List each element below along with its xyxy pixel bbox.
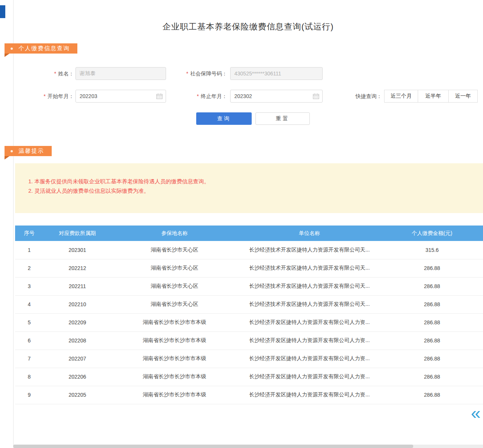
notice-box: 1. 本服务仅提供尚未领取企业职工基本养老保险待遇人员的缴费信息查询。 2. 灵…: [15, 163, 483, 213]
cell-amount: 286.88: [381, 331, 483, 350]
header-amount: 个人缴费金额(元): [381, 226, 483, 241]
required-asterisk: *: [186, 71, 188, 77]
bullet-icon: [11, 150, 13, 152]
cell-seq: 3: [15, 277, 43, 295]
cell-period: 202207: [43, 350, 111, 368]
panel-divider: [13, 0, 14, 448]
header-company: 单位名称: [238, 226, 381, 241]
quick-query-group: 近三个月 近半年 近一年: [384, 90, 478, 103]
cell-seq: 6: [15, 331, 43, 350]
pension-query-page: 企业职工基本养老保险缴费信息查询(试运行) 个人缴费信息查询 *姓名： *社会保…: [0, 0, 483, 448]
name-input: [75, 67, 166, 80]
sidebar-indicator: [0, 5, 5, 18]
cell-amount: 286.88: [381, 277, 483, 295]
cell-company: 长沙经济技术开发区捷特人力资源开发有限公司天...: [238, 241, 381, 259]
cell-company: 长沙经济技术开发区捷特人力资源开发有限公司天...: [238, 277, 381, 295]
horizontal-scrollbar[interactable]: [13, 445, 483, 448]
table-row: 2 202212 湖南省长沙市天心区 长沙经济技术开发区捷特人力资源开发有限公司…: [15, 259, 483, 277]
section-badge-label: 个人缴费信息查询: [18, 45, 70, 52]
ssn-label: *社会保障号码：: [166, 67, 227, 80]
cell-amount: 286.88: [381, 350, 483, 368]
query-button[interactable]: 查询: [196, 112, 252, 125]
cell-seq: 7: [15, 350, 43, 368]
header-area: 参保地名称: [111, 226, 238, 241]
table-row: 6 202208 湖南省长沙市长沙市市本级 长沙经济开发区捷特人力资源开发有限公…: [15, 331, 483, 350]
cell-company: 长沙经济开发区捷特人力资源开发有限公司人力资...: [238, 350, 381, 368]
cell-company: 长沙经济开发区捷特人力资源开发有限公司人力资...: [238, 313, 381, 331]
quick-query-1-year-button[interactable]: 近一年: [448, 90, 478, 103]
notice-line: 1. 本服务仅提供尚未领取企业职工基本养老保险待遇人员的缴费信息查询。: [28, 177, 475, 186]
cell-period: 202208: [43, 331, 111, 350]
cell-period: 202210: [43, 295, 111, 313]
cell-seq: 4: [15, 295, 43, 313]
cell-seq: 9: [15, 386, 43, 404]
cell-amount: 315.6: [381, 241, 483, 259]
calendar-icon[interactable]: [313, 93, 319, 99]
end-month-field[interactable]: [230, 90, 323, 103]
section-badge-personal-query: 个人缴费信息查询: [5, 43, 77, 54]
start-month-input[interactable]: [75, 90, 166, 103]
table-row: 5 202209 湖南省长沙市长沙市市本级 长沙经济开发区捷特人力资源开发有限公…: [15, 313, 483, 331]
cell-area: 湖南省长沙市长沙市市本级: [111, 313, 238, 331]
table-row: 1 202301 湖南省长沙市天心区 长沙经济技术开发区捷特人力资源开发有限公司…: [15, 241, 483, 259]
reset-button[interactable]: 重置: [255, 112, 310, 125]
cell-period: 202206: [43, 368, 111, 386]
cell-period: 202205: [43, 386, 111, 404]
cell-seq: 2: [15, 259, 43, 277]
cell-seq: 5: [15, 313, 43, 331]
required-asterisk: *: [54, 71, 56, 77]
cell-company: 长沙经济技术开发区捷特人力资源开发有限公司天...: [238, 259, 381, 277]
notice-line: 2. 灵活就业人员的缴费单位信息以实际缴费为准。: [28, 186, 475, 196]
table-header-row: 序号 对应费款所属期 参保地名称 单位名称 个人缴费金额(元): [15, 226, 483, 241]
cell-period: 202301: [43, 241, 111, 259]
ssn-input: [230, 67, 323, 80]
cell-amount: 286.88: [381, 313, 483, 331]
cell-area: 湖南省长沙市天心区: [111, 277, 238, 295]
cell-period: 202209: [43, 313, 111, 331]
start-month-label: *开始年月：: [23, 90, 74, 103]
required-asterisk: *: [44, 93, 46, 99]
header-period: 对应费款所属期: [43, 226, 111, 241]
table-row: 8 202206 湖南省长沙市长沙市市本级 长沙经济开发区捷特人力资源开发有限公…: [15, 368, 483, 386]
cell-period: 202211: [43, 277, 111, 295]
table-row: 3 202211 湖南省长沙市天心区 长沙经济技术开发区捷特人力资源开发有限公司…: [15, 277, 483, 295]
table-row: 9 202205 湖南省长沙市长沙市市本级 长沙经济开发区捷特人力资源开发有限公…: [15, 386, 483, 404]
cell-company: 长沙经济开发区捷特人力资源开发有限公司人力资...: [238, 368, 381, 386]
cell-area: 湖南省长沙市天心区: [111, 259, 238, 277]
cell-area: 湖南省长沙市长沙市市本级: [111, 350, 238, 368]
payment-records-table: 序号 对应费款所属期 参保地名称 单位名称 个人缴费金额(元) 1 202301…: [15, 226, 483, 404]
required-asterisk: *: [197, 93, 199, 99]
table-row: 7 202207 湖南省长沙市长沙市市本级 长沙经济开发区捷特人力资源开发有限公…: [15, 350, 483, 368]
cell-company: 长沙经济开发区捷特人力资源开发有限公司人力资...: [238, 331, 381, 350]
cell-amount: 286.88: [381, 368, 483, 386]
start-month-field[interactable]: [75, 90, 166, 103]
cell-amount: 286.88: [381, 295, 483, 313]
bullet-icon: [11, 48, 13, 50]
cell-area: 湖南省长沙市长沙市市本级: [111, 386, 238, 404]
section-badge-tips: 温馨提示: [5, 146, 52, 156]
quick-query-3-months-button[interactable]: 近三个月: [384, 90, 418, 103]
cell-area: 湖南省长沙市天心区: [111, 241, 238, 259]
quick-query-label: 快捷查询：: [341, 90, 382, 103]
collapse-double-chevron-icon[interactable]: «: [471, 404, 481, 422]
cell-amount: 286.88: [381, 386, 483, 404]
cell-company: 长沙经济技术开发区捷特人力资源开发有限公司天...: [238, 295, 381, 313]
header-seq: 序号: [15, 226, 43, 241]
quick-query-half-year-button[interactable]: 近半年: [418, 90, 449, 103]
cell-period: 202212: [43, 259, 111, 277]
cell-area: 湖南省长沙市长沙市市本级: [111, 368, 238, 386]
table-row: 4 202210 湖南省长沙市天心区 长沙经济技术开发区捷特人力资源开发有限公司…: [15, 295, 483, 313]
end-month-input[interactable]: [230, 90, 323, 103]
cell-area: 湖南省长沙市长沙市市本级: [111, 331, 238, 350]
page-title: 企业职工基本养老保险缴费信息查询(试运行): [13, 21, 483, 32]
cell-seq: 8: [15, 368, 43, 386]
cell-amount: 286.88: [381, 259, 483, 277]
scrollbar-thumb[interactable]: [13, 445, 413, 448]
cell-area: 湖南省长沙市天心区: [111, 295, 238, 313]
section-badge-label: 温馨提示: [18, 147, 44, 155]
cell-seq: 1: [15, 241, 43, 259]
end-month-label: *终止年月：: [166, 90, 227, 103]
calendar-icon[interactable]: [156, 93, 163, 99]
name-label: *姓名：: [23, 67, 74, 80]
cell-company: 长沙经济开发区捷特人力资源开发有限公司人力资...: [238, 386, 381, 404]
